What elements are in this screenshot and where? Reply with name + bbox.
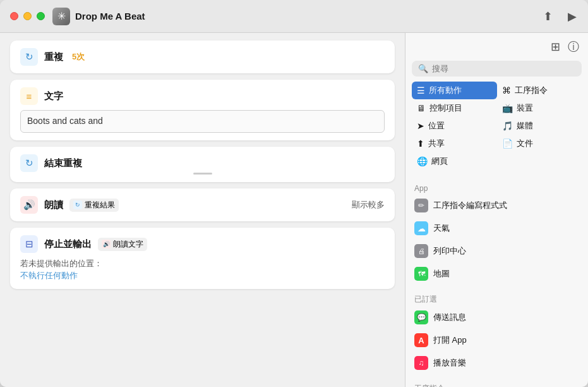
category-shortcuts-label: 工序指令: [515, 85, 548, 96]
stop-badge-icon: 🔊: [102, 240, 111, 249]
maps-icon: 🗺: [414, 267, 428, 281]
script-label: 工序指令編寫程式式: [433, 200, 507, 211]
print-label: 列印中心: [433, 245, 466, 257]
speak-icon: 🔊: [20, 196, 38, 214]
speak-badge-icon: ↻: [73, 200, 82, 209]
traffic-lights: [10, 12, 45, 20]
stop-content: 若未提供輸出的位置： 不執行任何動作: [20, 258, 385, 281]
stop-badge-text: 朗讀文字: [113, 239, 143, 250]
window-title: Drop Me A Beat: [75, 11, 145, 22]
category-media-label: 媒體: [517, 120, 533, 132]
stop-title: 停止並輸出: [44, 238, 92, 250]
text-content: Boots and cats and: [20, 110, 385, 133]
show-more-link[interactable]: 顯示較多: [352, 199, 385, 211]
category-controls-label: 控制項目: [429, 102, 462, 114]
stop-icon: ⊟: [20, 235, 38, 253]
list-item-open-app[interactable]: A 打開 App: [405, 329, 588, 352]
category-grid: ☰ 所有動作 ⌘ 工序指令 🖥 控制項目 📺 裝置 ➤ 位置: [405, 82, 588, 170]
stop-badge: 🔊 朗讀文字: [98, 238, 147, 251]
category-device[interactable]: 📺 裝置: [497, 99, 582, 117]
search-bar: 🔍: [412, 61, 582, 77]
stop-card-header: ⊟ 停止並輸出 🔊 朗讀文字: [20, 235, 385, 253]
end-repeat-header: ↻ 結束重複: [20, 154, 385, 172]
add-panel-button[interactable]: ⊞: [551, 39, 560, 54]
all-icon: ☰: [417, 85, 425, 95]
category-location-label: 位置: [428, 120, 445, 132]
app-section-label: App: [405, 180, 588, 194]
controls-icon: 🖥: [417, 103, 426, 113]
speak-card-header: 🔊 朗讀 ↻ 重複結果 顯示較多: [20, 196, 385, 214]
fullscreen-button[interactable]: [37, 12, 45, 20]
category-documents[interactable]: 📄 文件: [497, 135, 582, 152]
text-card-header: ≡ 文字: [20, 87, 385, 105]
close-button[interactable]: [10, 12, 18, 20]
no-action-link[interactable]: 不執行任何動作: [20, 271, 78, 280]
category-web-label: 網頁: [431, 156, 448, 167]
speak-card: 🔊 朗讀 ↻ 重複結果 顯示較多: [10, 188, 395, 221]
print-icon: 🖨: [414, 244, 428, 258]
sharing-icon: ⬆: [417, 138, 424, 149]
text-icon: ≡: [20, 87, 38, 105]
weather-icon: ☁: [414, 221, 428, 235]
script-icon: ✏: [414, 199, 428, 212]
main-content: ↻ 重複 5次 ≡ 文字 Boots and cats and ↻: [0, 33, 588, 387]
right-panel-header: ⊞ ⓘ: [405, 33, 588, 58]
category-all[interactable]: ☰ 所有動作: [412, 82, 497, 99]
open-app-icon: A: [414, 333, 428, 347]
repeat-title: 重複: [44, 51, 63, 63]
location-icon: ➤: [417, 121, 424, 131]
category-all-label: 所有動作: [429, 85, 462, 96]
category-shortcuts[interactable]: ⌘ 工序指令: [497, 82, 582, 99]
messages-label: 傳送訊息: [433, 312, 466, 323]
divider-handle[interactable]: [20, 172, 385, 175]
list-item-weather[interactable]: ☁ 天氣: [405, 217, 588, 240]
web-icon: 🌐: [417, 156, 428, 166]
share-button[interactable]: ⬆: [542, 8, 554, 25]
maps-label: 地圖: [433, 268, 450, 280]
text-input[interactable]: Boots and cats and: [20, 110, 385, 133]
search-input[interactable]: [432, 64, 575, 73]
list-item-script[interactable]: ✏ 工序指令編寫程式式: [405, 194, 588, 217]
list-item-music[interactable]: ♫ 播放音樂: [405, 352, 588, 374]
left-panel: ↻ 重複 5次 ≡ 文字 Boots and cats and ↻: [0, 33, 405, 387]
text-card: ≡ 文字 Boots and cats and: [10, 80, 395, 140]
device-icon: 📺: [502, 103, 513, 113]
subscribed-section-label: 已訂選: [405, 290, 588, 306]
right-panel: ⊞ ⓘ 🔍 ☰ 所有動作 ⌘ 工序指令 🖥 控制: [405, 33, 588, 387]
end-repeat-card: ↻ 結束重複: [10, 147, 395, 182]
title-actions: ⬆ ▶: [542, 8, 578, 25]
end-repeat-icon: ↻: [20, 154, 38, 172]
category-sharing-label: 共享: [428, 138, 445, 149]
music-icon: ♫: [414, 356, 428, 370]
category-controls[interactable]: 🖥 控制項目: [412, 99, 497, 117]
repeat-card-header: ↻ 重複 5次: [20, 48, 385, 66]
category-device-label: 裝置: [517, 102, 533, 114]
music-label: 播放音樂: [433, 357, 466, 369]
list-item-print[interactable]: 🖨 列印中心: [405, 240, 588, 262]
play-button[interactable]: ▶: [567, 8, 578, 25]
list-item-maps[interactable]: 🗺 地圖: [405, 262, 588, 285]
category-sharing[interactable]: ⬆ 共享: [412, 135, 497, 152]
text-title: 文字: [44, 90, 63, 102]
minimize-button[interactable]: [23, 12, 32, 20]
category-media[interactable]: 🎵 媒體: [497, 117, 582, 135]
documents-icon: 📄: [502, 138, 513, 149]
media-icon: 🎵: [502, 121, 513, 131]
speak-title: 朗讀: [44, 199, 63, 211]
shortcut-section-label: 工序指令: [405, 379, 588, 387]
category-location[interactable]: ➤ 位置: [412, 117, 497, 135]
speak-badge-text: 重複結果: [85, 200, 115, 211]
list-item-messages[interactable]: 💬 傳送訊息: [405, 306, 588, 329]
end-repeat-title: 結束重複: [44, 157, 82, 169]
app-icon: ✳︎: [52, 8, 70, 25]
stop-description: 若未提供輸出的位置：: [20, 258, 385, 269]
main-window: ✳︎ Drop Me A Beat ⬆ ▶ ↻ 重複 5次 ≡ 文字: [0, 0, 588, 387]
info-panel-button[interactable]: ⓘ: [568, 39, 579, 54]
repeat-card: ↻ 重複 5次: [10, 40, 395, 73]
messages-icon: 💬: [414, 310, 428, 324]
repeat-badge: 5次: [72, 51, 85, 63]
stop-card: ⊟ 停止並輸出 🔊 朗讀文字 若未提供輸出的位置： 不執行任何動作: [10, 228, 395, 289]
search-icon: 🔍: [418, 64, 428, 73]
title-bar: ✳︎ Drop Me A Beat ⬆ ▶: [0, 0, 588, 33]
category-web[interactable]: 🌐 網頁: [412, 152, 497, 170]
